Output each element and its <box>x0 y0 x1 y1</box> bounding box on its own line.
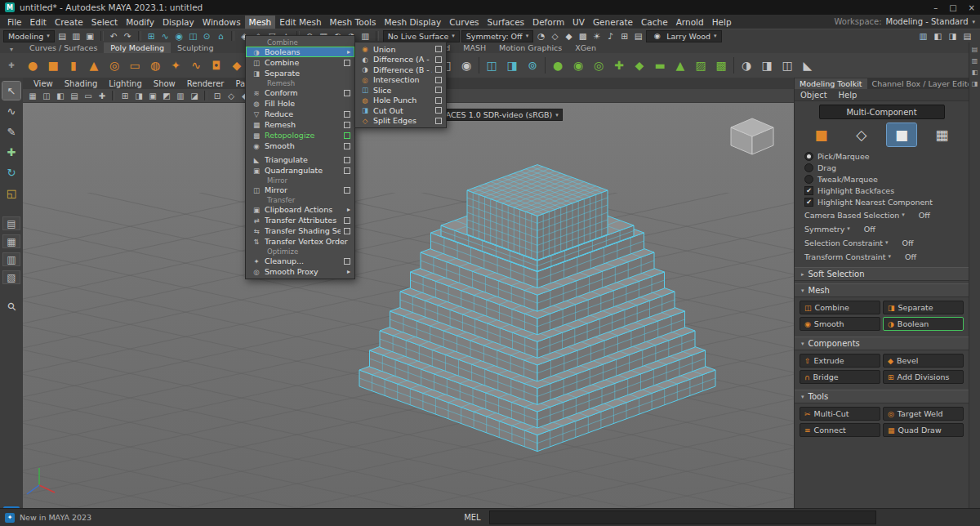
smooth-button[interactable]: ◉Smooth <box>800 317 880 331</box>
panel-menu-shading[interactable]: Shading <box>59 79 104 88</box>
toolkit-menu-object[interactable]: Object <box>795 91 833 100</box>
anim-preferences-icon[interactable]: ⊞ <box>618 30 630 42</box>
option-camera-based-selection[interactable]: Camera Based Selection▾Off <box>804 208 969 221</box>
menu-item-booleans[interactable]: ◑Booleans▸ <box>246 47 354 57</box>
checkbox-icon[interactable]: ✔ <box>804 186 813 195</box>
shelf-tab-menu-icon[interactable]: ▾ <box>0 46 23 53</box>
grab-sculpt-icon[interactable]: ✚ <box>609 56 629 75</box>
undo-icon[interactable]: ↶ <box>108 30 120 42</box>
spray-sculpt-icon[interactable]: ▨ <box>691 56 710 75</box>
multi-component-button[interactable]: Multi-Component <box>819 105 945 119</box>
menu-item-retopologize[interactable]: ▩Retopologize <box>246 130 354 140</box>
connect-button[interactable]: ≡Connect <box>800 423 880 437</box>
safe-title-icon[interactable]: ⊡ <box>211 90 224 101</box>
option-box-icon[interactable] <box>435 77 442 83</box>
layout-persp-outliner[interactable]: ▥ <box>2 252 20 266</box>
command-language-toggle[interactable]: MEL <box>461 512 484 523</box>
menu-item-combine[interactable]: ◫Combine <box>246 57 354 68</box>
whats-new-icon[interactable]: ✦ <box>5 513 15 523</box>
redo-icon[interactable]: ↷ <box>122 30 134 42</box>
pinch-sculpt-icon[interactable]: ◆ <box>630 56 649 75</box>
menu-item-conform[interactable]: ≋Conform <box>246 87 354 98</box>
snap-point-icon[interactable]: ◉ <box>173 30 185 42</box>
menu-item-smooth[interactable]: ◉Smooth <box>246 140 354 151</box>
submenu-item-difference-a-b[interactable]: ◐Difference (A - B) <box>355 55 446 65</box>
shelf-options-icon[interactable]: ✚ <box>0 61 23 69</box>
menu-display[interactable]: Display <box>158 16 198 29</box>
option-box-icon[interactable] <box>344 167 350 174</box>
option-box-icon[interactable] <box>344 217 350 224</box>
panel-menu-lighting[interactable]: Lighting <box>103 79 147 88</box>
option-box-icon[interactable] <box>344 228 350 234</box>
channel-box-toggle-icon[interactable]: ▤ <box>961 30 973 42</box>
symmetry-selector[interactable]: Symmetry: Off▾ <box>461 30 533 42</box>
menu-generate[interactable]: Generate <box>589 16 637 29</box>
sculpt-tool-icon[interactable]: ● <box>548 56 568 75</box>
menu-file[interactable]: File <box>3 16 26 29</box>
2d-pan-zoom-icon[interactable]: ✚ <box>96 90 109 101</box>
submenu-item-hole-punch[interactable]: ◍Hole Punch <box>355 96 446 106</box>
option-box-icon[interactable] <box>344 187 350 194</box>
layout-hypershade[interactable]: ▧ <box>2 270 20 284</box>
select-style-tweak-marquee[interactable]: Tweak/Marquee <box>804 174 969 185</box>
submenu-item-slice[interactable]: ◫Slice <box>355 85 446 96</box>
bridge-button[interactable]: ∩Bridge <box>800 370 880 384</box>
light-display-icon[interactable]: ☀ <box>590 30 603 42</box>
menu-item-mirror[interactable]: ◫Mirror <box>246 185 354 195</box>
select-camera-icon[interactable]: ▦ <box>26 90 39 101</box>
render-view-icon[interactable]: ▥ <box>359 30 372 42</box>
lasso-tool[interactable]: ∿ <box>2 102 20 120</box>
section-header-tools[interactable]: ▾Tools <box>795 390 969 403</box>
shelf-tab-sculpting[interactable]: Sculpting <box>171 42 220 53</box>
menu-item-reduce[interactable]: ▽Reduce <box>246 109 354 119</box>
smooth-sculpt-icon[interactable]: ◉ <box>568 56 588 75</box>
tool-settings-toggle-icon[interactable]: ◨ <box>947 30 959 42</box>
poly-torus-icon[interactable]: ◎ <box>105 56 124 75</box>
menu-mesh-display[interactable]: Mesh Display <box>380 16 445 29</box>
uv-mode-icon[interactable]: ▦ <box>927 123 956 146</box>
foamy-sculpt-icon[interactable]: ▲ <box>670 56 690 75</box>
safe-action-icon[interactable]: ◪ <box>188 90 201 101</box>
option-box-icon[interactable] <box>344 90 350 96</box>
shelf-tab-xgen[interactable]: XGen <box>568 42 603 53</box>
menu-edit[interactable]: Edit <box>26 16 51 29</box>
section-header-soft-selection[interactable]: ▸Soft Selection <box>795 267 969 281</box>
menu-mesh-tools[interactable]: Mesh Tools <box>326 16 381 29</box>
booleans-shelf-icon[interactable]: ◑ <box>737 56 756 75</box>
snap-curve-icon[interactable]: ∿ <box>159 30 172 42</box>
attribute-editor-toggle-icon[interactable]: ◧ <box>932 30 944 42</box>
triangulate-shelf-icon[interactable]: ◣ <box>798 56 817 75</box>
option-box-icon[interactable] <box>344 111 350 118</box>
menu-item-transfer-attributes[interactable]: ⇄Transfer Attributes <box>246 215 354 225</box>
option-box-icon[interactable] <box>344 122 350 128</box>
checkbox-highlight-backfaces[interactable]: ✔Highlight Backfaces <box>804 185 969 196</box>
command-line-input[interactable] <box>489 510 876 524</box>
resolution-gate-icon[interactable]: ▣ <box>146 90 159 101</box>
poly-prism-icon[interactable]: ◆ <box>227 56 247 75</box>
sound-display-icon[interactable]: ♪ <box>604 30 617 42</box>
option-box-icon[interactable] <box>435 107 442 114</box>
mirror-icon[interactable]: ◫ <box>482 56 501 75</box>
poly-disc-icon[interactable]: ◍ <box>145 56 165 75</box>
menu-deform[interactable]: Deform <box>528 16 568 29</box>
colorspace-selector[interactable]: ACES 1.0 SDR-video (sRGB) ▾ <box>430 109 563 121</box>
menu-item-clipboard-actions[interactable]: ▣Clipboard Actions▸ <box>246 204 354 215</box>
separate-button[interactable]: ◨Separate <box>883 301 964 314</box>
rotate-tool[interactable]: ↻ <box>2 163 20 181</box>
select-style-pick-marquee[interactable]: Pick/Marquee <box>804 151 969 162</box>
option-box-icon[interactable] <box>435 46 442 52</box>
tab-modeling-toolkit[interactable]: Modeling Toolkit <box>795 78 867 89</box>
perspective-viewport[interactable]: ViewShadingLightingShowRendererPanels ▦◫… <box>23 78 794 508</box>
submenu-item-split-edges[interactable]: ◇Split Edges <box>355 116 446 127</box>
menu-windows[interactable]: Windows <box>198 16 245 29</box>
attribute-editor-strip-icon[interactable]: ◧ <box>972 69 978 76</box>
option-box-icon[interactable] <box>435 87 442 93</box>
tab-channel-box-layer-editor[interactable]: Channel Box / Layer Editor <box>867 78 969 89</box>
repeat-sculpt-icon[interactable]: ▩ <box>711 56 731 75</box>
poly-helix-icon[interactable]: ∿ <box>186 56 206 75</box>
submenu-item-intersection[interactable]: ◎Intersection <box>355 75 446 86</box>
wireframe-display-icon[interactable]: ◇ <box>549 30 561 42</box>
channel-box-strip-icon[interactable]: ▥ <box>972 57 978 65</box>
highlight-selection-icon[interactable]: ◔ <box>535 30 547 42</box>
grid-toggle-icon[interactable]: ⊞ <box>118 90 131 101</box>
